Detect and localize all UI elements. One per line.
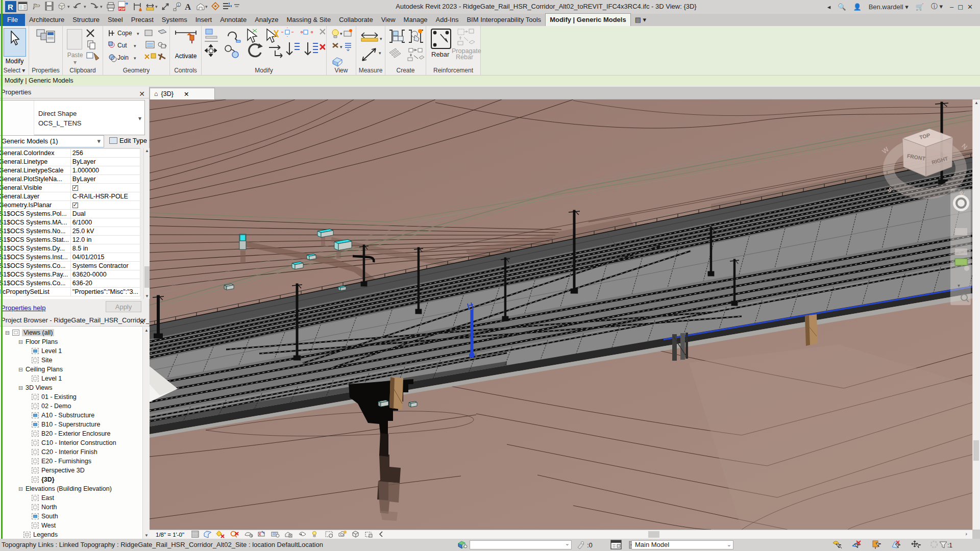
svg-text:▾: ▾ xyxy=(84,4,86,9)
svg-text:▾: ▾ xyxy=(134,43,136,48)
svg-text:▾: ▾ xyxy=(134,56,136,61)
svg-text:Cut: Cut xyxy=(117,42,127,49)
svg-text:R: R xyxy=(8,3,13,11)
svg-text:Rebar: Rebar xyxy=(431,51,450,58)
svg-text:Cope: Cope xyxy=(117,30,132,37)
svg-text:9: 9 xyxy=(251,534,253,538)
svg-text:Rebar: Rebar xyxy=(456,54,473,60)
svg-text:A: A xyxy=(185,2,191,12)
svg-text:Join: Join xyxy=(117,54,129,61)
svg-text:▾: ▾ xyxy=(100,4,103,9)
svg-text:▾: ▾ xyxy=(340,31,342,36)
svg-text:▾: ▾ xyxy=(958,283,960,288)
svg-text:▾: ▾ xyxy=(67,4,70,9)
svg-text:▾: ▾ xyxy=(137,31,139,36)
svg-text:▾: ▾ xyxy=(380,36,382,41)
svg-text:▾: ▾ xyxy=(379,51,381,56)
svg-text:▾: ▾ xyxy=(155,4,158,9)
svg-text:1: 1 xyxy=(178,3,180,7)
svg-text::0: :0 xyxy=(587,541,593,549)
svg-text:▾: ▾ xyxy=(205,4,208,9)
svg-text:▾: ▾ xyxy=(340,44,342,49)
svg-text:▾: ▾ xyxy=(165,43,166,48)
svg-text::1: :1 xyxy=(947,542,952,549)
svg-text:PDF: PDF xyxy=(119,7,126,11)
